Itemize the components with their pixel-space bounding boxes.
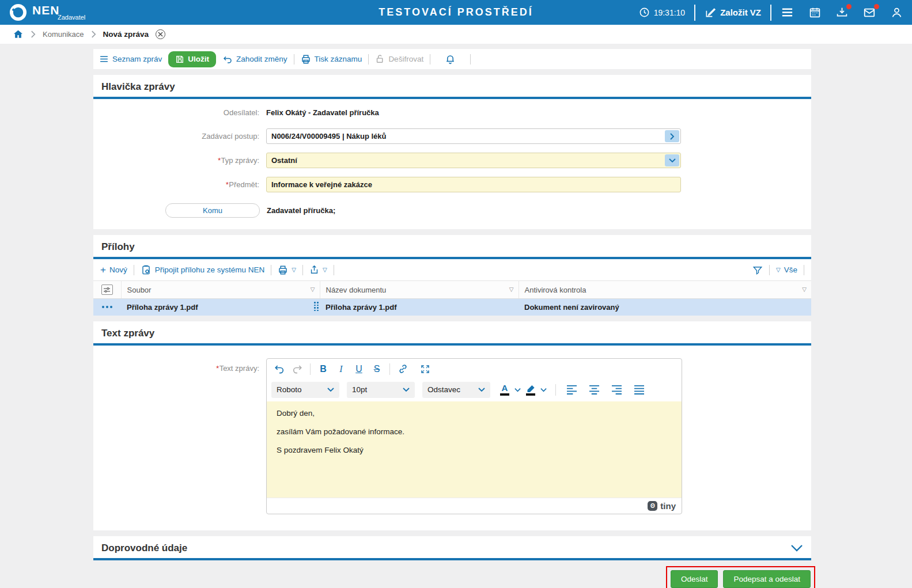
expand-section-icon[interactable]	[790, 544, 803, 552]
user-icon[interactable]	[891, 6, 903, 18]
message-body-editor[interactable]: Dobrý den, zasílám Vám požadované inform…	[267, 401, 682, 498]
menu-icon[interactable]	[781, 6, 794, 19]
highlight-color-caret-icon[interactable]	[539, 388, 548, 392]
message-list-label: Seznam zpráv	[112, 55, 162, 63]
message-header-section: Hlavička zprávy Odesílatel: Felix Okátý …	[93, 75, 811, 229]
filter-all-button[interactable]: ▽ Vše	[776, 265, 797, 274]
attachment-file-cell[interactable]: Příloha zprávy 1.pdf	[121, 299, 320, 316]
home-icon[interactable]	[13, 29, 24, 40]
text-color-caret-icon[interactable]	[513, 388, 522, 392]
attachment-row[interactable]: Příloha zprávy 1.pdf Příloha zprávy 1.pd…	[93, 299, 811, 316]
chevron-right-icon	[91, 31, 96, 38]
subject-field[interactable]: Informace k veřejné zakázce	[266, 177, 681, 192]
align-right-icon[interactable]	[608, 382, 625, 398]
attachments-section: Přílohy + Nový Připojit přílohu ze systé…	[93, 235, 811, 316]
align-justify-icon[interactable]	[631, 382, 647, 398]
tinymce-brand[interactable]: tiny	[660, 501, 676, 511]
type-label: *Typ zprávy:	[93, 156, 259, 165]
message-type-value: Ostatní	[271, 156, 297, 165]
font-family-select[interactable]: Roboto	[271, 382, 339, 398]
attach-from-nen-label: Připojit přílohu ze systému NEN	[155, 265, 265, 274]
column-filter-icon[interactable]: ▽	[509, 286, 514, 293]
message-paragraph: S pozdravem Felix Okatý	[277, 446, 672, 454]
editor-statusbar: ʘ tiny	[267, 498, 682, 514]
fullscreen-icon[interactable]	[417, 361, 433, 377]
clock-icon	[639, 7, 650, 18]
create-vz-button[interactable]: Založit VZ	[705, 7, 761, 18]
notification-bell-icon[interactable]	[445, 54, 456, 65]
footer-actions: Odeslat Podepsat a odeslat	[0, 566, 815, 588]
calendar-icon[interactable]	[809, 6, 821, 18]
procedure-value: N006/24/V00009495 | Nákup léků	[271, 132, 387, 141]
message-paragraph: Dobrý den,	[277, 409, 672, 418]
send-button[interactable]: Odeslat	[671, 570, 718, 588]
drag-handle-icon[interactable]	[314, 302, 319, 311]
strikethrough-icon[interactable]: S	[369, 361, 385, 377]
mail-badge	[874, 4, 879, 9]
attachments-table: Soubor ▽ Název dokumentu ▽ Antivirová ko…	[93, 280, 811, 316]
column-header-soubor[interactable]: Soubor ▽	[121, 281, 320, 299]
sign-and-send-button[interactable]: Podepsat a odeslat	[723, 570, 811, 588]
undo-icon[interactable]	[271, 361, 287, 377]
required-mark: *	[225, 180, 228, 189]
message-list-button[interactable]: Seznam zpráv	[99, 54, 162, 64]
discard-changes-button[interactable]: Zahodit změny	[222, 54, 287, 65]
block-format-select[interactable]: Odstavec	[422, 382, 490, 398]
procedure-field[interactable]: N006/24/V00009495 | Nákup léků	[266, 128, 681, 144]
mail-icon[interactable]	[863, 6, 876, 19]
plus-icon: +	[100, 266, 106, 274]
record-toolbar: Seznam zpráv Uložit Zahodit změny Tisk z…	[93, 49, 811, 69]
discard-changes-label: Zahodit změny	[236, 55, 287, 63]
new-attachment-label: Nový	[109, 265, 127, 274]
export-attachments-button[interactable]: ▽	[309, 265, 327, 275]
section-title: Přílohy	[101, 241, 135, 253]
decrypt-label: Dešifrovat	[388, 55, 423, 63]
downloads-icon[interactable]	[836, 6, 848, 18]
dropdown-caret: ▽	[776, 267, 781, 273]
new-attachment-button[interactable]: + Nový	[100, 265, 127, 274]
filter-icon[interactable]	[752, 265, 763, 275]
share-icon	[309, 265, 319, 275]
row-actions-icon[interactable]	[93, 299, 121, 316]
subject-label: *Předmět:	[93, 180, 259, 189]
section-title: Text zprávy	[101, 328, 154, 339]
font-size-select[interactable]: 10pt	[347, 382, 415, 398]
required-mark: *	[217, 156, 220, 165]
procedure-open-icon[interactable]	[665, 130, 679, 142]
print-record-button[interactable]: Tisk záznamu	[301, 54, 362, 65]
link-icon[interactable]	[395, 361, 411, 377]
italic-icon[interactable]: I	[333, 361, 349, 377]
recipients-button[interactable]: Komu	[165, 203, 260, 218]
message-text-section: Text zprávy *Text zprávy:	[93, 321, 811, 530]
column-header-antivirus[interactable]: Antivirová kontrola ▽	[519, 281, 811, 299]
text-color-icon[interactable]: A	[498, 384, 512, 396]
message-type-select[interactable]: Ostatní	[266, 153, 681, 168]
save-button[interactable]: Uložit	[168, 51, 216, 67]
attach-from-nen-button[interactable]: Připojit přílohu ze systému NEN	[141, 264, 265, 275]
close-tab-icon[interactable]	[156, 29, 165, 39]
font-family-value: Roboto	[277, 385, 302, 394]
column-header-nazev[interactable]: Název dokumentu ▽	[320, 281, 519, 299]
required-mark: *	[216, 364, 219, 373]
printer-icon	[278, 265, 288, 275]
decrypt-button: Dešifrovat	[375, 54, 423, 64]
nen-logo[interactable]: NEN Zadavatel	[9, 3, 85, 21]
downloads-badge	[846, 4, 852, 9]
divider	[470, 54, 471, 65]
breadcrumb-komunikace[interactable]: Komunikace	[43, 30, 84, 39]
highlight-color-icon[interactable]	[524, 384, 538, 396]
bold-icon[interactable]: B	[315, 361, 331, 377]
column-filter-icon[interactable]: ▽	[311, 286, 315, 293]
print-attachments-button[interactable]: ▽	[278, 265, 296, 275]
divider	[694, 5, 695, 21]
attachment-docname-cell[interactable]: Příloha zprávy 1.pdf	[320, 299, 519, 316]
underline-icon[interactable]: U	[351, 361, 367, 377]
editor-toolbar-row1: B I U S	[267, 359, 682, 380]
redo-icon	[289, 361, 305, 377]
align-center-icon[interactable]	[586, 382, 602, 398]
align-left-icon[interactable]	[563, 382, 580, 398]
chevron-down-icon[interactable]	[665, 154, 679, 166]
column-filter-icon[interactable]: ▽	[802, 286, 807, 293]
nen-logo-icon	[9, 3, 27, 21]
column-settings-header[interactable]	[93, 281, 121, 299]
